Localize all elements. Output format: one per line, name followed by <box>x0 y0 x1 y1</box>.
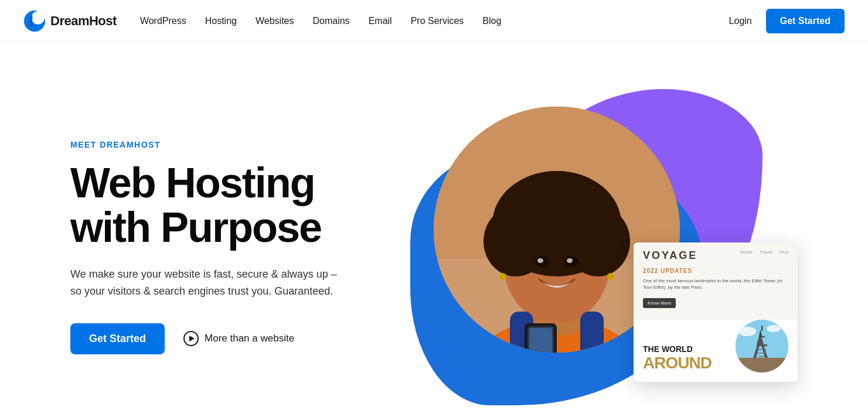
nav-hosting[interactable]: Hosting <box>205 16 237 26</box>
nav-domains[interactable]: Domains <box>312 16 349 26</box>
more-than-link[interactable]: More than a website <box>183 331 294 346</box>
card-updates-label: 2022 UPDATES <box>643 268 788 274</box>
play-icon <box>183 331 199 346</box>
svg-point-11 <box>501 171 612 253</box>
play-triangle <box>189 336 195 341</box>
svg-point-26 <box>767 325 781 332</box>
navbar: DreamHost WordPress Hosting Websites Dom… <box>0 0 868 42</box>
card-header: VOYAGE Home Travel Pics 2022 UPDATES One… <box>634 242 798 320</box>
card-brand: VOYAGE <box>643 249 697 262</box>
svg-point-1 <box>31 11 45 24</box>
card-world-section: THE WORLD AROUND <box>643 345 729 372</box>
svg-rect-27 <box>736 358 788 372</box>
nav-get-started-button[interactable]: Get Started <box>766 9 845 33</box>
svg-point-14 <box>537 258 543 263</box>
hero-actions: Get Started More than a website <box>70 323 399 354</box>
svg-rect-37 <box>758 356 765 357</box>
card-world-around: AROUND <box>643 354 729 372</box>
dreamhost-logo-icon <box>23 10 46 32</box>
svg-rect-36 <box>758 353 766 354</box>
card-know-more-btn: Know More <box>643 298 676 308</box>
hero-title-line2: with Purpose <box>70 204 321 251</box>
svg-rect-34 <box>761 326 763 331</box>
brand-name: DreamHost <box>50 13 117 29</box>
card-nav-travel: Travel <box>760 249 772 255</box>
nav-pro-services[interactable]: Pro Services <box>411 16 464 26</box>
card-nav-pics: Pics <box>780 249 788 255</box>
login-link[interactable]: Login <box>729 16 752 26</box>
svg-rect-35 <box>757 349 767 350</box>
hero-get-started-button[interactable]: Get Started <box>70 323 165 354</box>
hero-visual: VOYAGE Home Travel Pics 2022 UPDATES One… <box>399 77 798 417</box>
card-nav: Home Travel Pics <box>740 249 788 255</box>
svg-point-17 <box>607 273 614 280</box>
svg-point-15 <box>567 258 573 263</box>
logo[interactable]: DreamHost <box>23 10 117 32</box>
more-than-label: More than a website <box>205 333 294 344</box>
card-body-text: One of the most famous landmarks in the … <box>643 278 788 290</box>
card-world-text: THE WORLD <box>643 345 729 354</box>
nav-links: WordPress Hosting Websites Domains Email… <box>140 16 729 26</box>
hero-content: MEET DREAMHOST Web Hosting with Purpose … <box>70 140 399 354</box>
card-nav-home: Home <box>740 249 753 255</box>
card-eiffel-image <box>736 320 788 372</box>
svg-rect-33 <box>759 336 765 337</box>
nav-websites[interactable]: Websites <box>256 16 294 26</box>
hero-title-line1: Web Hosting <box>70 159 315 206</box>
card-image-section: THE WORLD AROUND <box>634 320 798 382</box>
hero-title: Web Hosting with Purpose <box>70 161 399 249</box>
hero-eyebrow: MEET DREAMHOST <box>70 140 399 149</box>
svg-point-16 <box>499 273 506 280</box>
hero-section: MEET DREAMHOST Web Hosting with Purpose … <box>0 42 868 417</box>
svg-rect-22 <box>529 328 552 353</box>
nav-email[interactable]: Email <box>369 16 392 26</box>
website-preview-card: VOYAGE Home Travel Pics 2022 UPDATES One… <box>634 242 798 382</box>
svg-rect-31 <box>757 344 767 346</box>
nav-blog[interactable]: Blog <box>482 16 501 26</box>
nav-wordpress[interactable]: WordPress <box>140 16 186 26</box>
eiffel-svg <box>736 320 788 372</box>
nav-right: Login Get Started <box>729 9 845 33</box>
svg-point-25 <box>738 327 756 336</box>
hero-subtitle: We make sure your website is fast, secur… <box>70 266 352 300</box>
